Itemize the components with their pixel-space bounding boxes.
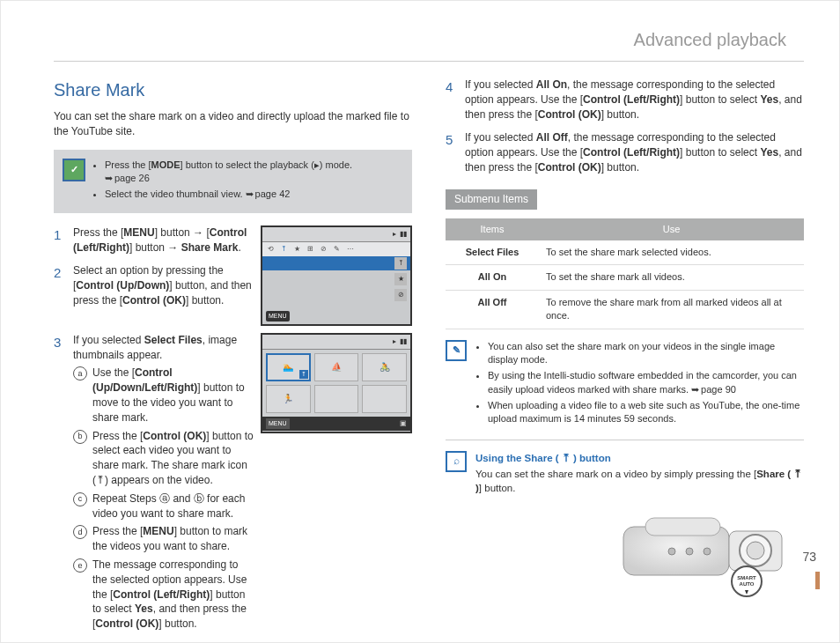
thumbnail: 🏃 — [266, 385, 311, 413]
share-mark-icon: ⤒ — [299, 370, 308, 379]
battery-icon: ▮▮ — [400, 336, 407, 346]
substep-b: bPress the [Control (OK)] button to sele… — [73, 429, 254, 488]
table-row: All OnTo set the share mark all videos. — [446, 265, 804, 290]
chapter-tab — [815, 572, 820, 589]
tip-item: Press the [MODE] button to select the pl… — [105, 159, 402, 186]
submenu-heading: Submenu Items — [446, 189, 537, 210]
magnifier-icon: ⌕ — [446, 451, 467, 472]
screen-illustration-thumbnails: ▸ ▮▮ 🏊⤒ ⛵ 🚴 🏃 MENU ▣ — [261, 333, 412, 433]
thumbnail-grid: 🏊⤒ ⛵ 🚴 🏃 — [262, 350, 410, 417]
camcorder-illustration: SMART AUTO — [446, 500, 804, 602]
section-heading: Share Mark — [54, 78, 412, 102]
page-ref-arrow-icon: page 90 — [691, 384, 736, 395]
step-5: 5 If you selected All Off, the message c… — [446, 130, 804, 174]
manual-page: Advanced playback Share Mark You can set… — [0, 0, 840, 643]
thumbnail: 🚴 — [362, 353, 407, 381]
intro-text: You can set the share mark on a video an… — [54, 109, 412, 139]
thumbnail — [314, 385, 359, 413]
table-header: Use — [539, 218, 804, 240]
notes-box: ✎ You can also set the share mark on you… — [446, 340, 804, 440]
note-icon: ✎ — [446, 340, 467, 361]
svg-rect-1 — [645, 518, 720, 536]
play-icon: ▸ — [393, 229, 396, 239]
substep-c: cRepeat Steps ⓐ and ⓑ for each video you… — [73, 491, 254, 521]
substep-d: dPress the [MENU] button to mark the vid… — [73, 524, 254, 554]
table-row: Select FilesTo set the share mark select… — [446, 240, 804, 265]
table-header-row: Items Use — [446, 218, 804, 240]
left-column: Share Mark You can set the share mark on… — [54, 78, 412, 643]
table-header: Items — [446, 218, 539, 240]
share-button-box: ⌕ Using the Share ( ⤒ ) button You can s… — [446, 451, 804, 495]
note-item: You can also set the share mark on your … — [488, 340, 804, 367]
step-2: 2 Select an option by pressing the [Cont… — [54, 263, 254, 307]
tip-item: Select the video thumbnail view. page 42 — [105, 188, 402, 201]
step-3: 3 If you selected Select Files, image th… — [54, 333, 254, 635]
svg-point-6 — [686, 548, 693, 555]
page-number: 73 — [802, 549, 816, 566]
smart-auto-label: SMART — [737, 575, 756, 580]
share-box-body: You can set the share mark on a video by… — [475, 467, 804, 495]
thumbnail: ⛵ — [314, 353, 359, 381]
menu-tag: MENU — [266, 311, 290, 322]
check-icon: ✓ — [63, 159, 85, 181]
table-row: All OffTo remove the share mark from all… — [446, 290, 804, 329]
ok-icon: ▣ — [400, 418, 407, 428]
substep-e: eThe message corresponding to the select… — [73, 558, 254, 632]
lcd-tab-strip: ⟲⤒★⊞⊘✎⋯ — [262, 242, 410, 256]
page-ref-arrow-icon: page 42 — [246, 188, 291, 199]
menu-tag: MENU — [266, 418, 290, 429]
note-item: By using the Intelli-studio software emb… — [488, 369, 804, 396]
divider — [54, 61, 804, 62]
lcd-topbar: ▸ ▮▮ — [262, 335, 410, 350]
screen-illustration-menu: ▸ ▮▮ ⟲⤒★⊞⊘✎⋯ ⤒★⊘ MENU — [261, 225, 412, 326]
svg-point-4 — [747, 542, 764, 559]
lcd-bottom-strip: MENU ▣ — [262, 417, 410, 431]
svg-text:AUTO: AUTO — [740, 581, 755, 587]
thumbnail — [362, 385, 407, 413]
page-title: Advanced playback — [54, 27, 786, 52]
lcd-selected-row — [262, 256, 410, 270]
battery-icon: ▮▮ — [400, 229, 407, 239]
lcd-side-icons: ⤒★⊘ — [394, 257, 407, 301]
share-box-title: Using the Share ( ⤒ ) button — [475, 451, 804, 465]
prerequisite-box: ✓ Press the [MODE] button to select the … — [54, 150, 412, 213]
note-item: When uploading a video file to a web sit… — [488, 399, 804, 426]
thumbnail: 🏊⤒ — [266, 353, 311, 381]
svg-point-5 — [668, 548, 675, 555]
page-ref-arrow-icon: page 26 — [105, 173, 150, 183]
play-icon: ▸ — [393, 336, 396, 346]
svg-point-7 — [704, 548, 711, 555]
step-4: 4 If you selected All On, the message co… — [446, 78, 804, 122]
submenu-table: Items Use Select FilesTo set the share m… — [446, 218, 804, 329]
right-column: 4 If you selected All On, the message co… — [446, 78, 804, 643]
substep-list: aUse the [Control (Up/Down/Left/Right)] … — [73, 366, 254, 632]
step-1: 1 Press the [MENU] button → [Control (Le… — [54, 225, 254, 255]
substep-a: aUse the [Control (Up/Down/Left/Right)] … — [73, 366, 254, 425]
lcd-topbar: ▸ ▮▮ — [262, 227, 410, 242]
two-column-layout: Share Mark You can set the share mark on… — [54, 78, 804, 643]
